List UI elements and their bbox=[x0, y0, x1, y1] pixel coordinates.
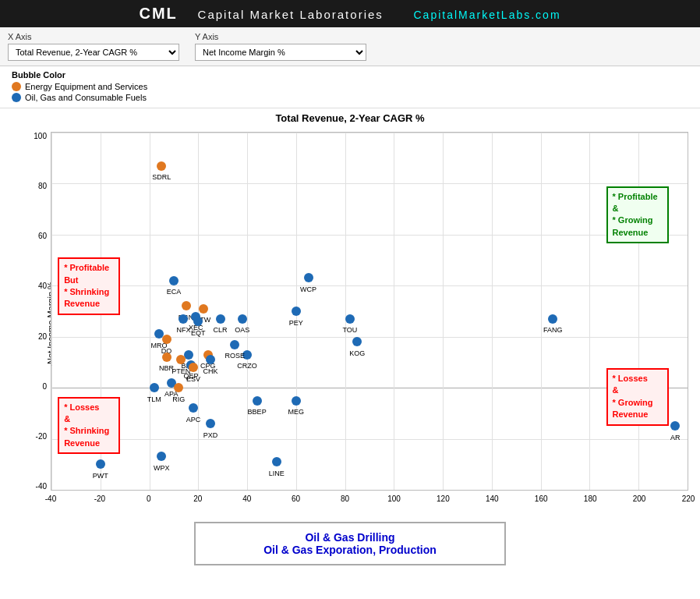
legend-dot-blue bbox=[12, 93, 21, 102]
bubble-NFX bbox=[179, 314, 188, 324]
bubble-label-PWT: PWT bbox=[93, 472, 108, 480]
legend-dot-orange bbox=[12, 82, 21, 91]
header: CML Capital Market Laboratories CapitalM… bbox=[0, 0, 700, 27]
y-axis-ticks: 100 80 60 40 20 0 -20 -40 bbox=[22, 132, 47, 491]
legend-title: Bubble Color bbox=[12, 70, 688, 80]
axis-h-0 bbox=[51, 388, 688, 388]
bubble-label-TOU: TOU bbox=[342, 326, 357, 334]
bubble-WPX bbox=[157, 452, 166, 461]
bubble-label-MEG: MEG bbox=[288, 408, 305, 416]
x-axis-label: X Axis bbox=[8, 32, 179, 41]
bubble-EQT bbox=[193, 317, 203, 326]
bubble-PTEN bbox=[176, 355, 186, 364]
bubble-RIG bbox=[174, 383, 183, 392]
grid-h-60 bbox=[51, 235, 688, 236]
plot-area: * ProfitableBut* ShrinkingRevenue * Prof… bbox=[51, 132, 688, 491]
bubble-label-CHK: CHK bbox=[203, 367, 217, 375]
bubble-label-LINE: LINE bbox=[269, 470, 285, 477]
bubble-ATW bbox=[199, 304, 208, 314]
bubble-label-EQT: EQT bbox=[191, 329, 206, 337]
bubble-label-OAS: OAS bbox=[235, 326, 249, 334]
bubble-label-CRZO: CRZO bbox=[237, 362, 257, 370]
x-axis-ticks: -40 -20 0 20 40 60 80 100 120 140 160 18… bbox=[51, 494, 688, 514]
bubble-label-RIG: RIG bbox=[172, 395, 185, 403]
bubble-EGN bbox=[182, 301, 191, 310]
grid-h-neg20 bbox=[51, 439, 688, 440]
legend-item-1: Energy Equipment and Services bbox=[12, 82, 688, 91]
y-axis-control: Y Axis Net Income Margin % bbox=[195, 32, 366, 61]
controls-bar: X Axis Total Revenue, 2-Year CAGR % Y Ax… bbox=[0, 27, 700, 66]
bubble-label-WPX: WPX bbox=[154, 464, 170, 472]
bubble-label-AR: AR bbox=[670, 434, 681, 441]
bubble-PEY bbox=[292, 307, 301, 316]
grid-h-neg40 bbox=[51, 490, 688, 491]
bubble-label-WCP: WCP bbox=[300, 285, 316, 293]
bubble-AR bbox=[670, 421, 680, 431]
bubble-label-ECA: ECA bbox=[167, 288, 182, 296]
bubble-APC bbox=[189, 403, 198, 413]
bubble-OAS bbox=[238, 314, 247, 324]
bubble-SDRL bbox=[157, 161, 166, 171]
grid-h-20 bbox=[51, 337, 688, 338]
bubble-PXD bbox=[206, 419, 215, 428]
quadrant-losses-growing: * Losses&* GrowingRevenue bbox=[606, 368, 669, 426]
bubble-label-KOG: KOG bbox=[349, 349, 365, 357]
bubble-ECA bbox=[169, 276, 179, 285]
legend-label-1: Energy Equipment and Services bbox=[25, 82, 147, 91]
quadrant-losses-shrinking: * Losses&* ShrinkingRevenue bbox=[58, 397, 120, 455]
y-axis-label: Y Axis bbox=[195, 32, 366, 41]
bubble-label-APC: APC bbox=[186, 416, 201, 424]
bubble-DO bbox=[162, 335, 171, 344]
bubble-label-PEY: PEY bbox=[289, 319, 303, 327]
bubble-PWT bbox=[96, 459, 105, 469]
bubble-TLM bbox=[150, 383, 159, 392]
bubble-LINE bbox=[272, 457, 281, 466]
grid-h-80 bbox=[51, 183, 688, 184]
footer-box: Oil & Gas Drilling Oil & Gas Exporation,… bbox=[194, 522, 506, 565]
grid-h-40 bbox=[51, 285, 688, 286]
bubble-FANG bbox=[548, 314, 557, 324]
bubble-label-BBEP: BBEP bbox=[248, 408, 267, 416]
x-axis-select[interactable]: Total Revenue, 2-Year CAGR % bbox=[8, 44, 179, 61]
quadrant-profitable-shrinking: * ProfitableBut* ShrinkingRevenue bbox=[58, 257, 120, 315]
footer-line1: Oil & Gas Drilling bbox=[203, 531, 497, 544]
bubble-WCP bbox=[304, 273, 313, 282]
bubble-label-SDRL: SDRL bbox=[152, 173, 171, 181]
bubble-ESV bbox=[189, 363, 198, 372]
bubble-label-CLR: CLR bbox=[214, 326, 228, 334]
bubble-CHK bbox=[206, 355, 215, 364]
bubble-TOU bbox=[345, 314, 355, 324]
bubble-NBR bbox=[162, 353, 171, 362]
bubble-label-ESV: ESV bbox=[186, 375, 200, 383]
quadrant-profitable-growing: * Profitable&* GrowingRevenue bbox=[606, 186, 669, 244]
brand-logo: CML bbox=[139, 5, 177, 22]
chart-title: Total Revenue, 2-Year CAGR % bbox=[0, 108, 700, 128]
bubble-MEG bbox=[292, 396, 301, 406]
bubble-label-PXD: PXD bbox=[203, 431, 218, 439]
grid-h-100 bbox=[51, 133, 688, 133]
chart-container: Net Income Margin % 100 80 60 40 20 0 -2… bbox=[8, 128, 692, 518]
footer-line2: Oil & Gas Exporation, Production bbox=[203, 544, 497, 556]
legend: Bubble Color Energy Equipment and Servic… bbox=[0, 66, 700, 108]
company-name: Capital Market Laboratories bbox=[198, 8, 384, 21]
bubble-label-FANG: FANG bbox=[543, 326, 563, 334]
bubble-label-TLM: TLM bbox=[147, 395, 161, 403]
legend-item-2: Oil, Gas and Consumable Fuels bbox=[12, 93, 688, 102]
bubble-CLR bbox=[216, 314, 225, 324]
x-axis-control: X Axis Total Revenue, 2-Year CAGR % bbox=[8, 32, 179, 61]
bubble-label-MUR: MUR bbox=[51, 360, 52, 367]
bubble-KOG bbox=[352, 337, 362, 346]
website-link: CapitalMarketLabs.com bbox=[413, 9, 560, 21]
bubble-BBEP bbox=[253, 396, 262, 406]
bubble-label-ROSE: ROSE bbox=[225, 352, 246, 360]
y-axis-select[interactable]: Net Income Margin % bbox=[195, 44, 366, 61]
legend-label-2: Oil, Gas and Consumable Fuels bbox=[25, 93, 147, 102]
bubble-ROSE bbox=[230, 340, 239, 349]
